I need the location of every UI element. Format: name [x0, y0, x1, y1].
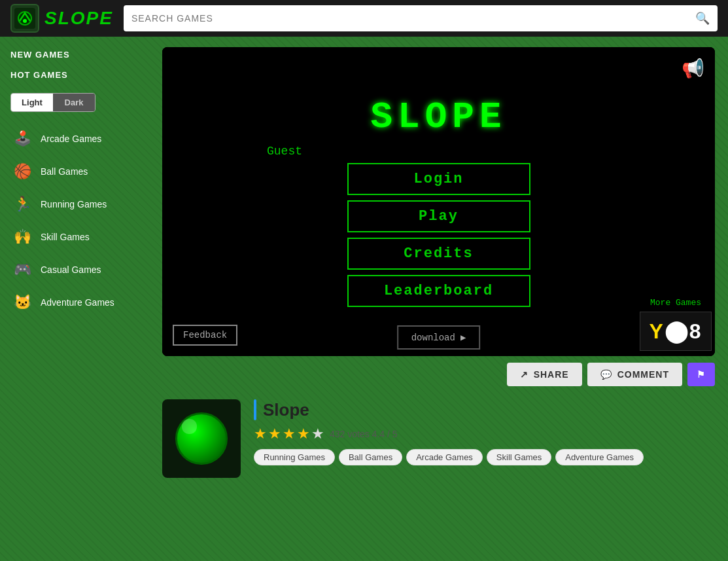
stars-display: ★ ★ ★ ★ ★	[254, 425, 324, 443]
sidebar-item-running[interactable]: 🏃 Running Games	[10, 188, 139, 221]
star-1: ★	[254, 425, 267, 443]
tag-arcade[interactable]: Arcade Games	[406, 449, 483, 465]
game-screen-title: SLOPE	[370, 96, 506, 138]
play-store-icon: ▶	[460, 332, 466, 343]
share-button[interactable]: ↗ SHARE	[507, 363, 582, 386]
skill-label: Skill Games	[41, 232, 90, 242]
adventure-label: Adventure Games	[41, 297, 114, 308]
game-container: 📢 SLOPE Guest Login Play Credits Leaderb…	[162, 47, 715, 356]
play-button[interactable]: Play	[347, 200, 530, 232]
download-button[interactable]: download ▶	[397, 325, 481, 350]
content-area: 📢 SLOPE Guest Login Play Credits Leaderb…	[149, 37, 728, 495]
comment-label: COMMENT	[617, 369, 669, 380]
flag-button[interactable]: ⚑	[687, 363, 715, 386]
theme-toggle: Light Dark	[10, 93, 95, 112]
more-games-label: More Games	[650, 298, 701, 308]
login-button[interactable]: Login	[347, 163, 530, 195]
tags-row: Running Games Ball Games Arcade Games Sk…	[254, 449, 715, 465]
logo-text: SLOPE	[44, 8, 113, 29]
game-thumb-inner	[162, 399, 241, 478]
ball-label: Ball Games	[41, 166, 88, 177]
game-frame: 📢 SLOPE Guest Login Play Credits Leaderb…	[162, 47, 715, 356]
game-screen: 📢 SLOPE Guest Login Play Credits Leaderb…	[162, 47, 715, 356]
y8-logo-text: Y⬤8	[649, 319, 702, 344]
arcade-icon: 🕹️	[10, 127, 34, 151]
skill-icon: 🙌	[10, 225, 34, 249]
header: SLOPE 🔍	[0, 0, 728, 37]
logo-link[interactable]: SLOPE	[10, 4, 113, 33]
sidebar-item-new-games[interactable]: NEW GAMES	[10, 45, 139, 65]
sidebar-item-hot-games[interactable]: HOT GAMES	[10, 65, 139, 85]
sidebar-item-skill[interactable]: 🙌 Skill Games	[10, 221, 139, 253]
casual-icon: 🎮	[10, 258, 34, 281]
share-icon: ↗	[520, 369, 529, 380]
feedback-button[interactable]: Feedback	[173, 325, 237, 346]
sidebar-item-adventure[interactable]: 🐱 Adventure Games	[10, 286, 139, 319]
tag-skill[interactable]: Skill Games	[487, 449, 551, 465]
search-bar: 🔍	[124, 5, 718, 31]
sidebar: NEW GAMES HOT GAMES Light Dark 🕹️ Arcade…	[0, 37, 149, 495]
star-4: ★	[297, 425, 310, 443]
game-bar-accent	[254, 399, 256, 420]
casual-label: Casual Games	[41, 264, 101, 275]
comment-icon: 💬	[600, 369, 612, 380]
arcade-label: Arcade Games	[41, 134, 101, 144]
ball-icon: 🏀	[10, 160, 34, 183]
game-guest-label: Guest	[267, 145, 302, 158]
star-5: ★	[311, 425, 324, 443]
sidebar-item-arcade[interactable]: 🕹️ Arcade Games	[10, 122, 139, 155]
logo-icon	[10, 4, 39, 33]
tag-ball[interactable]: Ball Games	[339, 449, 402, 465]
game-name-row: Slope	[254, 399, 715, 420]
theme-light-button[interactable]: Light	[11, 94, 53, 111]
download-placeholder: download ▶	[397, 325, 481, 350]
star-3: ★	[283, 425, 296, 443]
game-info-section: Slope ★ ★ ★ ★ ★ 432 votes 4.4 / 5 Runnin…	[162, 393, 715, 484]
more-games-panel: More Games Y⬤8	[636, 293, 715, 356]
search-button[interactable]: 🔍	[695, 11, 710, 26]
comment-button[interactable]: 💬 COMMENT	[587, 363, 682, 386]
stars-row: ★ ★ ★ ★ ★ 432 votes 4.4 / 5	[254, 425, 715, 443]
game-thumbnail	[162, 399, 241, 478]
star-2: ★	[268, 425, 281, 443]
credits-button[interactable]: Credits	[347, 238, 530, 270]
thumb-ball	[175, 412, 228, 465]
sound-button[interactable]: 📢	[682, 58, 704, 79]
action-bar: ↗ SHARE 💬 COMMENT ⚑	[162, 356, 715, 393]
svg-point-2	[23, 19, 27, 23]
share-label: SHARE	[534, 369, 569, 380]
running-icon: 🏃	[10, 192, 34, 216]
main-layout: NEW GAMES HOT GAMES Light Dark 🕹️ Arcade…	[0, 37, 728, 495]
sidebar-item-casual[interactable]: 🎮 Casual Games	[10, 253, 139, 286]
game-title-name: Slope	[263, 400, 309, 420]
search-input[interactable]	[131, 13, 695, 24]
votes-text: 432 votes 4.4 / 5	[330, 429, 398, 439]
more-games-logo[interactable]: Y⬤8	[640, 312, 712, 351]
running-label: Running Games	[41, 199, 107, 209]
theme-dark-button[interactable]: Dark	[53, 94, 95, 111]
download-label: download	[411, 333, 455, 343]
adventure-icon: 🐱	[10, 291, 34, 314]
sidebar-item-ball[interactable]: 🏀 Ball Games	[10, 155, 139, 188]
tag-running[interactable]: Running Games	[254, 449, 335, 465]
flag-icon: ⚑	[697, 369, 706, 380]
tag-adventure[interactable]: Adventure Games	[555, 449, 644, 465]
leaderboard-button[interactable]: Leaderboard	[347, 275, 530, 307]
game-details: Slope ★ ★ ★ ★ ★ 432 votes 4.4 / 5 Runnin…	[254, 399, 715, 465]
game-menu: Login Play Credits Leaderboard	[347, 163, 530, 307]
